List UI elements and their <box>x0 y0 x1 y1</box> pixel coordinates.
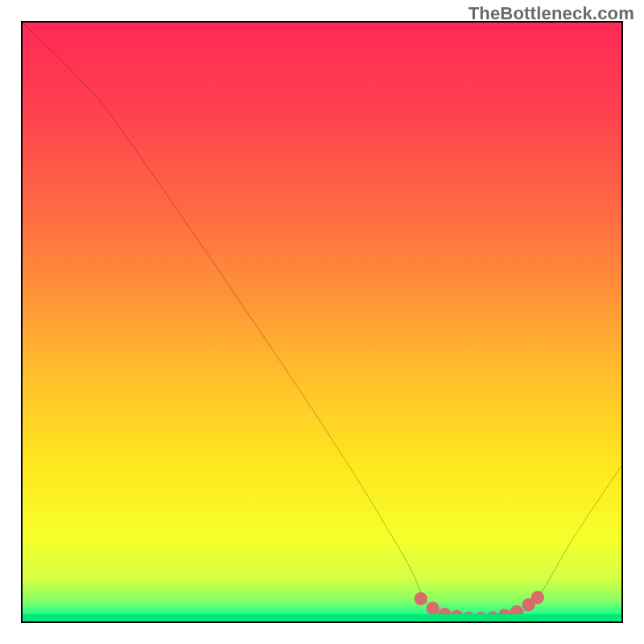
chart-curve-layer <box>23 23 621 621</box>
bottleneck-curve <box>23 23 621 618</box>
marker-dot <box>531 591 544 604</box>
watermark-text: TheBottleneck.com <box>469 3 634 24</box>
green-baseline-strip <box>23 614 621 621</box>
marker-dot <box>426 601 439 614</box>
chart-frame <box>21 21 623 623</box>
marker-dot <box>415 592 427 605</box>
